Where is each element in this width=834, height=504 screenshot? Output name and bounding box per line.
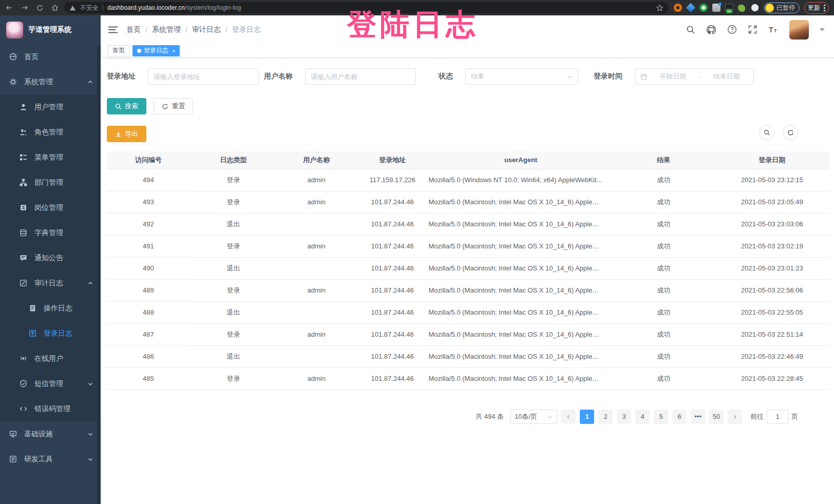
top-navbar: 首页 / 系统管理 / 审计日志 / 登录日志 TT <box>101 15 834 44</box>
page-size-select[interactable]: 10条/页 <box>510 410 557 424</box>
caret-down-icon[interactable] <box>820 28 825 31</box>
sidebar-item-error-code-mgmt[interactable]: 错误码管理 <box>0 396 101 421</box>
table-row[interactable]: 491登录admin101.87.244.46Mozilla/5.0 (Maci… <box>107 235 830 257</box>
breadcrumb-home[interactable]: 首页 <box>126 25 141 34</box>
sidebar-item-post-mgmt[interactable]: 岗位管理 <box>0 195 101 220</box>
sidebar-item-online-users[interactable]: 在线用户 <box>0 346 101 371</box>
page-button-3[interactable]: 3 <box>617 410 631 424</box>
extension-orange-icon[interactable] <box>674 4 682 12</box>
page-button-4[interactable]: 4 <box>635 410 650 424</box>
extension-puzzle-icon[interactable] <box>751 4 759 12</box>
sidebar-item-operation-log[interactable]: 操作日志 <box>0 296 101 321</box>
app-logo-row[interactable]: 芋道管理系统 <box>0 15 101 44</box>
col-user: 用户名称 <box>277 151 356 169</box>
app-logo <box>6 22 23 38</box>
breadcrumb-system[interactable]: 系统管理 <box>152 25 181 34</box>
login-log-table: 访问编号 日志类型 用户名称 登录地址 userAgent 结果 登录日期 49… <box>107 151 830 390</box>
page-button-6[interactable]: 6 <box>672 410 687 424</box>
reload-icon[interactable] <box>36 4 44 12</box>
sidebar-item-audit-log[interactable]: 审计日志 <box>0 270 101 296</box>
table-row[interactable]: 492退出101.87.244.46Mozilla/5.0 (Macintosh… <box>107 213 830 235</box>
forward-icon[interactable] <box>21 4 29 12</box>
extension-plant-icon[interactable] <box>738 4 746 12</box>
prev-page-button[interactable] <box>561 410 576 424</box>
toggle-search-button[interactable] <box>759 125 774 140</box>
sidebar-item-dict-mgmt[interactable]: 字典管理 <box>0 220 101 245</box>
sidebar-item-menu-mgmt[interactable]: 菜单管理 <box>0 145 101 170</box>
table-toolbar: 导出 <box>107 126 830 142</box>
goto-page-input[interactable] <box>767 410 788 424</box>
sidebar-item-dept-mgmt[interactable]: 部门管理 <box>0 170 101 195</box>
browser-update-button[interactable]: 更新 <box>804 2 829 14</box>
user-icon <box>20 103 27 111</box>
close-icon[interactable]: × <box>172 48 175 54</box>
chevron-down-icon <box>567 74 573 80</box>
github-icon[interactable] <box>706 25 716 35</box>
sidebar-item-home[interactable]: 首页 <box>0 44 101 69</box>
table-row[interactable]: 488退出101.87.244.46Mozilla/5.0 (Macintosh… <box>107 301 830 323</box>
page-button-last[interactable]: 50 <box>709 410 724 424</box>
extension-list-icon[interactable]: on <box>725 4 733 12</box>
refresh-icon <box>787 129 794 136</box>
sidebar-item-sms-mgmt[interactable]: 短信管理 <box>0 371 101 396</box>
user-avatar[interactable] <box>789 20 809 40</box>
address-bar[interactable]: 不安全 dashboard.yudao.iocoder.cn/system/lo… <box>64 2 669 13</box>
extension-grid-icon[interactable] <box>712 4 721 12</box>
extension-green-circle-icon[interactable] <box>699 4 708 12</box>
next-page-button[interactable] <box>728 410 742 424</box>
profile-paused-chip[interactable]: 已暂停 <box>764 3 800 13</box>
divider <box>103 5 103 11</box>
sidebar-item-system-mgmt[interactable]: 系统管理 <box>0 69 101 94</box>
table-row[interactable]: 486退出101.87.244.46Mozilla/5.0 (Macintosh… <box>107 345 830 367</box>
browser-menu-icon[interactable] <box>824 5 825 11</box>
table-row[interactable]: 487登录admin101.87.244.46Mozilla/5.0 (Maci… <box>107 323 830 345</box>
post-icon <box>20 204 27 211</box>
peoples-icon <box>20 128 27 136</box>
sidebar-item-login-log[interactable]: 登录日志 <box>0 321 101 346</box>
login-address-input[interactable] <box>148 68 259 85</box>
sidebar-item-user-mgmt[interactable]: 用户管理 <box>0 94 101 120</box>
username-input[interactable] <box>305 68 416 85</box>
fullscreen-icon[interactable] <box>748 25 757 34</box>
font-size-icon[interactable]: TT <box>768 25 779 34</box>
search-icon[interactable] <box>686 25 695 34</box>
sidebar-item-notice[interactable]: 通知公告 <box>0 245 101 270</box>
back-icon[interactable] <box>5 4 13 12</box>
gear-icon <box>9 78 17 86</box>
bookmark-star-icon[interactable] <box>656 4 664 12</box>
status-select[interactable]: 结果 <box>465 68 578 85</box>
page-button-2[interactable]: 2 <box>598 410 613 424</box>
shield-check-icon <box>20 380 27 387</box>
export-button[interactable]: 导出 <box>107 126 146 142</box>
table-row[interactable]: 490退出101.87.244.46Mozilla/5.0 (Macintosh… <box>107 257 830 279</box>
sidebar-item-infrastructure[interactable]: 基础设施 <box>0 421 101 447</box>
table-row[interactable]: 494登录admin117.159.17.226Mozilla/5.0 (Win… <box>107 169 830 191</box>
table-row[interactable]: 493登录admin101.87.244.46Mozilla/5.0 (Maci… <box>107 191 830 213</box>
table-row[interactable]: 489登录admin101.87.244.46Mozilla/5.0 (Maci… <box>107 279 830 301</box>
date-separator: - <box>698 73 700 81</box>
search-button[interactable]: 搜索 <box>107 98 146 114</box>
home-icon[interactable] <box>51 4 59 12</box>
table-row[interactable]: 485登录admin101.87.244.46Mozilla/5.0 (Maci… <box>107 367 830 390</box>
breadcrumb-current: 登录日志 <box>232 25 261 34</box>
breadcrumb-audit[interactable]: 审计日志 <box>192 25 221 34</box>
reset-button[interactable]: 重置 <box>154 98 193 114</box>
date-range-picker[interactable]: 开始日期 - 结束日期 <box>635 68 754 85</box>
hamburger-icon[interactable] <box>108 26 118 34</box>
sidebar-item-role-mgmt[interactable]: 角色管理 <box>0 120 101 145</box>
tag-login-log[interactable]: 登录日志 × <box>132 45 180 56</box>
refresh-table-button[interactable] <box>783 125 798 140</box>
svg-text:T: T <box>774 28 777 33</box>
page-button-5[interactable]: 5 <box>654 410 668 424</box>
extension-gem-icon[interactable] <box>686 3 695 12</box>
col-addr: 登录地址 <box>356 151 429 169</box>
help-icon[interactable] <box>727 25 737 34</box>
download-icon <box>115 131 122 138</box>
extensions-row: on 已暂停 更新 <box>674 2 829 14</box>
app-title: 芋道管理系统 <box>28 25 71 34</box>
svg-text:T: T <box>769 26 773 34</box>
more-pages-button[interactable]: ••• <box>691 410 705 424</box>
tag-home[interactable]: 首页 <box>108 45 129 56</box>
page-button-1[interactable]: 1 <box>580 410 594 424</box>
sidebar-item-dev-tools[interactable]: 研发工具 <box>0 447 101 472</box>
